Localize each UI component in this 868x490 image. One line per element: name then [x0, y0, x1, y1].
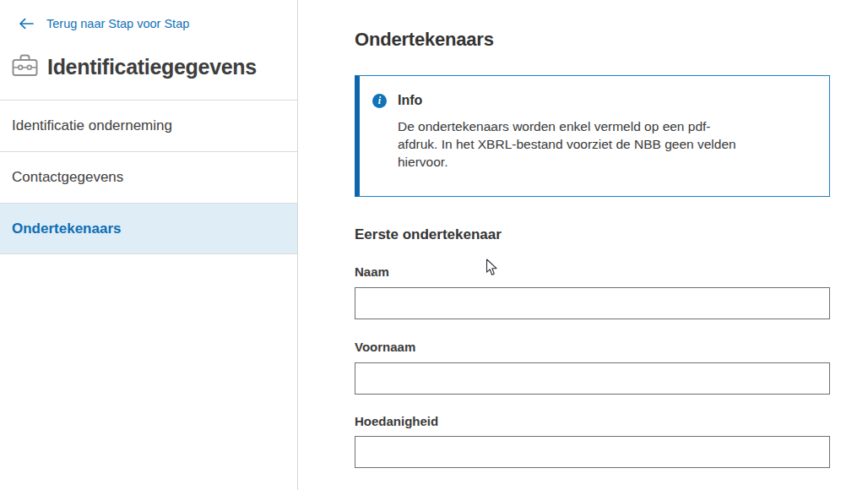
naam-input[interactable]	[355, 287, 830, 319]
back-link-label: Terug naar Stap voor Stap	[46, 16, 189, 31]
voornaam-label: Voornaam	[355, 340, 830, 354]
sidebar-title-label: Identificatiegegevens	[47, 54, 257, 79]
info-icon: i	[372, 94, 387, 108]
voornaam-input[interactable]	[355, 362, 830, 395]
sidebar-item-label: Contactgegevens	[12, 169, 123, 186]
sidebar-title: Identificatiegegevens	[12, 54, 297, 79]
hoedanigheid-input[interactable]	[355, 436, 830, 468]
sidebar: Terug naar Stap voor Stap Identificatieg…	[0, 0, 298, 490]
main-content: Ondertekenaars i Info De ondertekenaars …	[355, 0, 830, 468]
info-box-text: De ondertekenaars worden enkel vermeld o…	[398, 117, 812, 171]
info-box-header: i Info	[372, 93, 812, 108]
sidebar-item-ondertekenaars[interactable]: Ondertekenaars	[0, 203, 297, 254]
hoedanigheid-label: Hoedanigheid	[355, 414, 830, 428]
section-title: Eerste ondertekenaar	[355, 226, 830, 242]
sidebar-item-label: Ondertekenaars	[12, 220, 121, 237]
info-text-line: De ondertekenaars worden enkel vermeld o…	[398, 117, 812, 135]
sidebar-item-identificatie-onderneming[interactable]: Identificatie onderneming	[0, 100, 297, 151]
info-text-line: hiervoor.	[398, 153, 812, 171]
info-text-line: afdruk. In het XBRL-bestand voorziet de …	[398, 135, 812, 153]
page-title: Ondertekenaars	[355, 28, 830, 52]
naam-label: Naam	[355, 264, 830, 279]
toolbox-icon	[12, 53, 38, 80]
back-arrow-icon	[19, 18, 34, 30]
back-link[interactable]: Terug naar Stap voor Stap	[19, 16, 189, 31]
page: Terug naar Stap voor Stap Identificatieg…	[0, 0, 868, 490]
sidebar-item-contactgegevens[interactable]: Contactgegevens	[0, 151, 297, 203]
info-box: i Info De ondertekenaars worden enkel ve…	[355, 75, 830, 197]
info-box-title: Info	[398, 93, 422, 108]
sidebar-item-label: Identificatie onderneming	[12, 117, 172, 134]
sidebar-nav: Identificatie onderneming Contactgegeven…	[0, 100, 297, 254]
